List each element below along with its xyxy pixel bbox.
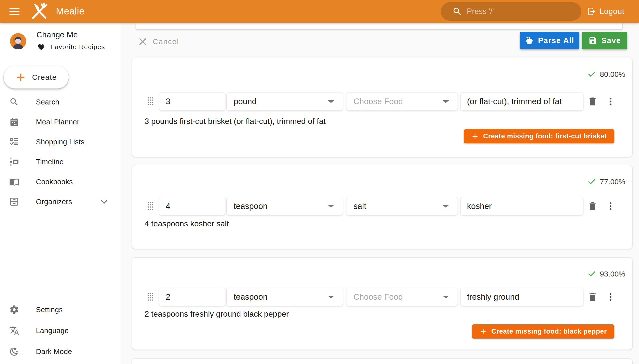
note-input[interactable] <box>460 288 583 306</box>
timeline-icon <box>9 157 19 167</box>
food-select[interactable]: Choose Food <box>346 288 458 306</box>
logout-button[interactable]: Logout <box>587 0 624 23</box>
delete-ingredient-button[interactable] <box>586 94 599 108</box>
unit-select[interactable]: pound <box>227 92 343 111</box>
logout-label: Logout <box>599 7 624 16</box>
create-missing-food-button[interactable]: Create missing food: first-cut brisket <box>464 129 614 143</box>
more-options-button[interactable] <box>604 199 617 213</box>
drag-handle-icon[interactable] <box>147 202 153 211</box>
drag-handle-icon[interactable] <box>147 292 153 302</box>
sidebar-item-label: Meal Planner <box>36 118 79 126</box>
ingredient-card-partial <box>132 358 632 364</box>
dropdown-arrow-icon <box>443 100 449 103</box>
delete-ingredient-button[interactable] <box>586 290 599 304</box>
parse-all-button[interactable]: Parse All <box>520 32 579 49</box>
delete-ingredient-button[interactable] <box>586 199 599 213</box>
confidence-value: 93.00% <box>600 270 625 278</box>
quantity-input[interactable] <box>159 288 225 306</box>
parse-all-label: Parse All <box>538 36 574 45</box>
mealie-logo-icon <box>30 2 48 21</box>
check-icon <box>587 70 596 79</box>
sidebar-item-dark-mode[interactable]: Dark Mode <box>0 341 120 362</box>
unit-value: pound <box>234 97 257 106</box>
sidebar-item-label: Search <box>36 98 59 106</box>
unit-value: teaspoon <box>234 292 268 302</box>
food-select[interactable]: salt <box>346 197 458 216</box>
dropdown-arrow-icon <box>328 205 334 208</box>
create-missing-food-label: Create missing food: first-cut brisket <box>483 132 607 140</box>
unit-select[interactable]: teaspoon <box>227 197 343 216</box>
save-disk-icon <box>588 36 597 45</box>
note-input[interactable] <box>460 92 583 111</box>
sidebar-item-label: Cookbooks <box>36 178 73 186</box>
unit-value: teaspoon <box>234 202 268 211</box>
create-missing-food-label: Create missing food: black pepper <box>492 328 607 335</box>
drag-handle-icon[interactable] <box>147 97 153 106</box>
dropdown-arrow-icon <box>443 205 449 208</box>
food-select[interactable]: Choose Food <box>346 92 458 111</box>
app-title: Mealie <box>56 6 85 17</box>
dropdown-arrow-icon <box>328 100 334 103</box>
more-options-button[interactable] <box>604 290 617 304</box>
unit-select[interactable]: teaspoon <box>227 288 343 306</box>
favorite-recipes-link[interactable]: Favorite Recipes <box>38 43 105 51</box>
create-button[interactable]: Create <box>4 66 69 88</box>
checklist-icon <box>9 137 19 147</box>
logout-icon <box>587 7 596 16</box>
sidebar-item-label: Language <box>36 326 69 335</box>
hamburger-menu-icon[interactable] <box>10 8 20 15</box>
original-ingredient-text: 3 pounds first-cut brisket (or flat-cut)… <box>144 117 326 126</box>
check-icon <box>587 177 596 186</box>
create-label: Create <box>32 73 57 82</box>
quantity-input[interactable] <box>159 197 225 216</box>
trash-icon <box>587 201 598 212</box>
ingredient-card: 77.00% teaspoon salt 4 teaspoons kos <box>132 165 632 249</box>
ingredient-field-row: teaspoon salt <box>132 197 632 216</box>
sidebar-item-label: Dark Mode <box>36 348 72 356</box>
cancel-label: Cancel <box>153 38 179 46</box>
user-avatar[interactable] <box>10 33 26 49</box>
search-input[interactable] <box>467 7 574 16</box>
sidebar-item-search[interactable]: Search <box>0 92 120 112</box>
close-icon <box>138 37 148 46</box>
book-icon <box>9 177 19 187</box>
sidebar-item-label: Timeline <box>36 158 64 166</box>
favorite-recipes-label: Favorite Recipes <box>50 43 105 51</box>
search-bar[interactable] <box>441 2 581 21</box>
sidebar-item-organizers[interactable]: Organizers <box>0 192 120 212</box>
app-bar: Mealie Logout <box>0 0 639 23</box>
confidence-value: 77.00% <box>600 178 625 186</box>
note-input[interactable] <box>460 197 583 216</box>
scrolled-card-edge <box>136 23 622 29</box>
quantity-input[interactable] <box>159 92 225 111</box>
kebab-menu-icon <box>605 201 615 211</box>
sidebar-item-settings[interactable]: Settings <box>0 299 120 320</box>
ingredient-field-row: teaspoon Choose Food <box>132 288 632 306</box>
more-options-button[interactable] <box>604 94 617 108</box>
user-name: Change Me <box>37 30 78 40</box>
kebab-menu-icon <box>605 96 615 106</box>
sidebar-item-label: Settings <box>36 306 63 314</box>
sidebar-item-label: Organizers <box>36 198 72 206</box>
food-placeholder: Choose Food <box>353 97 403 106</box>
confidence-indicator: 80.00% <box>587 70 625 79</box>
confidence-indicator: 77.00% <box>587 177 625 186</box>
confidence-value: 80.00% <box>600 70 625 78</box>
main-content: Cancel Parse All Save 80.00% pound Choos… <box>120 23 639 364</box>
sidebar-item-meal-planner[interactable]: Meal Planner <box>0 112 120 132</box>
sidebar-item-shopping-lists[interactable]: Shopping Lists <box>0 132 120 152</box>
sidebar-item-timeline[interactable]: Timeline <box>0 152 120 172</box>
save-button[interactable]: Save <box>582 32 627 49</box>
search-icon <box>452 6 462 16</box>
ingredient-card: 80.00% pound Choose Food 3 pounds fi <box>132 58 632 157</box>
sidebar-item-cookbooks[interactable]: Cookbooks <box>0 172 120 192</box>
cancel-button[interactable]: Cancel <box>138 35 179 48</box>
chevron-down-icon <box>99 197 109 207</box>
ingredient-card: 93.00% teaspoon Choose Food 2 teaspo <box>132 257 632 350</box>
save-label: Save <box>601 36 621 45</box>
sidebar-item-language[interactable]: Language <box>0 320 120 341</box>
apple-icon <box>525 36 534 45</box>
check-icon <box>587 270 596 278</box>
create-missing-food-button[interactable]: Create missing food: black pepper <box>472 324 614 338</box>
food-placeholder: Choose Food <box>353 292 403 302</box>
